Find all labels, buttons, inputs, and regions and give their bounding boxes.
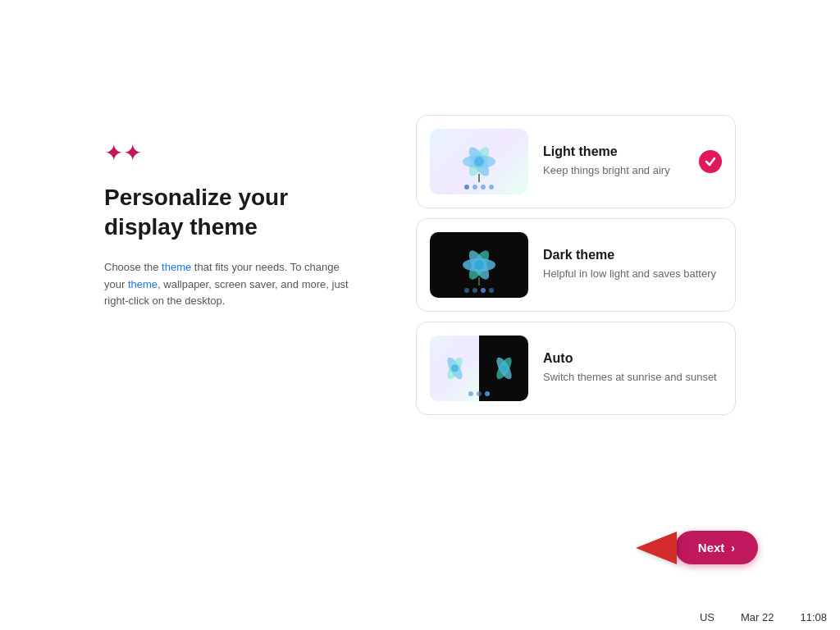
taskbar: US Mar 22 11:08 (687, 605, 840, 630)
taskbar-locale: US (687, 605, 728, 630)
svg-point-14 (451, 365, 459, 372)
light-theme-card[interactable]: Light theme Keep things bright and airy (416, 115, 736, 208)
light-theme-info: Light theme Keep things bright and airy (543, 144, 684, 178)
dark-theme-dots (464, 288, 494, 293)
right-panel: Light theme Keep things bright and airy (416, 115, 736, 415)
auto-theme-dots (468, 391, 490, 396)
next-button[interactable]: Next › (675, 531, 758, 564)
arrow-pointer (619, 532, 677, 564)
auto-theme-info: Auto Switch themes at sunrise and sunset (543, 351, 722, 385)
left-panel: ✦✦ Personalize your display theme Choose… (104, 115, 350, 310)
light-theme-thumbnail (430, 129, 528, 194)
auto-theme-thumbnail (430, 336, 528, 401)
light-theme-desc: Keep things bright and airy (543, 163, 684, 178)
dark-theme-thumbnail (430, 232, 528, 298)
taskbar-time: 11:08 (787, 605, 840, 630)
light-theme-check (699, 150, 722, 173)
page-title: Personalize your display theme (104, 183, 350, 243)
light-theme-name: Light theme (543, 144, 684, 159)
dark-theme-desc: Helpful in low light and saves battery (543, 267, 722, 281)
next-label: Next (698, 541, 725, 555)
next-area: Next › (619, 531, 758, 564)
svg-point-10 (474, 260, 484, 270)
svg-point-17 (500, 365, 508, 372)
dark-theme-name: Dark theme (543, 248, 722, 262)
dark-theme-card[interactable]: Dark theme Helpful in low light and save… (416, 218, 736, 312)
next-chevron-icon: › (731, 541, 735, 555)
light-theme-dots (464, 185, 494, 189)
page-description: Choose the theme that fits your needs. T… (104, 259, 350, 310)
auto-theme-name: Auto (543, 351, 722, 366)
auto-theme-desc: Switch themes at sunrise and sunset (543, 370, 722, 385)
main-content: ✦✦ Personalize your display theme Choose… (0, 0, 840, 415)
auto-theme-card[interactable]: Auto Switch themes at sunrise and sunset (416, 322, 736, 415)
svg-point-4 (474, 157, 484, 167)
sparkle-icon: ✦✦ (104, 139, 350, 167)
taskbar-date: Mar 22 (728, 605, 787, 630)
dark-theme-info: Dark theme Helpful in low light and save… (543, 248, 722, 281)
